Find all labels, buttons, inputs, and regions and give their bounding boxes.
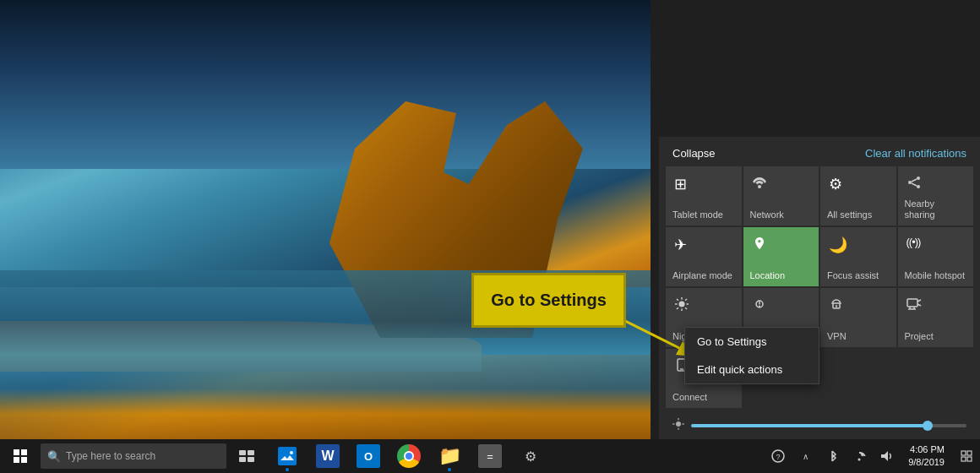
airplane-mode-icon: ✈: [674, 236, 687, 254]
taskbar-explorer-app[interactable]: 📁: [429, 439, 470, 473]
brightness-icon: [672, 418, 684, 432]
svg-rect-22: [907, 299, 917, 307]
svg-rect-36: [21, 449, 27, 455]
ctx-go-to-settings[interactable]: Go to Settings: [685, 328, 819, 356]
svg-line-6: [912, 179, 917, 182]
svg-line-14: [685, 307, 687, 309]
tray-network[interactable]: [846, 439, 873, 473]
brightness-row: [659, 415, 980, 439]
collapse-button[interactable]: Collapse: [672, 147, 716, 160]
svg-rect-50: [967, 451, 972, 455]
night-light-icon: [674, 296, 689, 316]
settings-callout-box: Go to Settings: [471, 273, 626, 328]
qa-tile-airplane-mode[interactable]: ✈ Airplane mode: [666, 227, 742, 286]
search-icon: 🔍: [47, 450, 61, 463]
task-view-button[interactable]: [226, 439, 267, 473]
vpn-icon: [829, 296, 844, 316]
svg-rect-40: [248, 450, 254, 455]
svg-point-44: [290, 451, 293, 454]
tray-bluetooth[interactable]: [819, 439, 846, 473]
taskbar-settings-app[interactable]: ⚙: [510, 439, 551, 473]
qa-tile-all-settings[interactable]: ⚙ All settings: [820, 166, 896, 226]
chrome-icon: [397, 444, 421, 468]
clock-time: 4:06 PM: [908, 443, 945, 456]
action-center-button[interactable]: [953, 439, 980, 473]
svg-line-1: [617, 317, 693, 355]
svg-rect-38: [21, 457, 27, 463]
system-tray: ? ∧ 4:06 PM 9/8/2019: [765, 439, 980, 473]
taskbar-word-app[interactable]: W: [308, 439, 348, 473]
clock-date: 9/8/2019: [908, 456, 945, 469]
svg-point-19: [759, 306, 760, 307]
context-menu: Go to Settings Edit quick actions: [684, 327, 819, 384]
nearby-sharing-icon: [906, 175, 922, 193]
qa-tile-vpn[interactable]: VPN: [820, 288, 896, 347]
search-bar[interactable]: 🔍 Type here to search: [41, 443, 226, 469]
network-icon: [752, 175, 767, 193]
qa-tile-location[interactable]: Location: [743, 227, 819, 286]
calculator-icon: =: [478, 444, 502, 468]
svg-line-7: [912, 183, 917, 186]
qa-label-focus-assist: Focus assist: [827, 270, 879, 281]
system-clock[interactable]: 4:06 PM 9/8/2019: [900, 443, 953, 470]
qa-label-airplane-mode: Airplane mode: [672, 270, 732, 281]
svg-point-2: [758, 185, 761, 188]
svg-text:?: ?: [776, 453, 781, 461]
mobile-hotspot-icon: ((•)): [906, 236, 921, 248]
qa-tile-project[interactable]: Project: [898, 288, 974, 347]
desktop-wallpaper: [0, 0, 651, 439]
qa-tile-focus-assist[interactable]: 🌙 Focus assist: [820, 227, 896, 286]
qa-tile-network[interactable]: Network: [743, 166, 819, 226]
taskbar-outlook-app[interactable]: O: [348, 439, 389, 473]
explorer-icon: 📁: [438, 445, 461, 467]
not-connected-icon: [752, 296, 767, 316]
start-button[interactable]: [0, 439, 41, 473]
svg-point-3: [917, 177, 920, 180]
taskbar: 🔍 Type here to search W O 📁 = ⚙ ?: [0, 439, 980, 473]
svg-point-8: [679, 302, 685, 307]
ctx-edit-quick-actions[interactable]: Edit quick actions: [685, 356, 819, 383]
svg-point-4: [908, 181, 912, 184]
search-placeholder: Type here to search: [66, 450, 155, 462]
svg-marker-48: [881, 451, 888, 461]
qa-tile-mobile-hotspot[interactable]: ((•)) Mobile hotspot: [898, 227, 974, 286]
qa-label-location: Location: [750, 270, 786, 281]
location-icon: [752, 236, 767, 255]
qa-tile-nearby-sharing[interactable]: Nearby sharing: [898, 166, 974, 226]
svg-rect-42: [248, 457, 254, 462]
tray-chevron[interactable]: ∧: [792, 439, 819, 473]
qa-label-connect: Connect: [672, 392, 707, 403]
svg-line-15: [685, 299, 687, 301]
brightness-slider[interactable]: [691, 424, 966, 427]
qa-label-nearby-sharing: Nearby sharing: [905, 198, 967, 220]
word-icon: W: [316, 444, 340, 468]
taskbar-calculator-app[interactable]: =: [470, 439, 510, 473]
svg-rect-39: [239, 450, 246, 455]
qa-label-project: Project: [905, 331, 934, 342]
tray-question[interactable]: ?: [765, 439, 792, 473]
action-center-header: Collapse Clear all notifications: [659, 137, 980, 166]
qa-label-network: Network: [750, 209, 784, 220]
settings-callout-text: Go to Settings: [491, 291, 607, 310]
svg-rect-51: [961, 457, 966, 461]
svg-point-47: [858, 459, 861, 461]
qa-tile-tablet-mode[interactable]: ⊞ Tablet mode: [666, 166, 742, 226]
qa-label-mobile-hotspot: Mobile hotspot: [905, 270, 966, 281]
clear-all-button[interactable]: Clear all notifications: [865, 147, 966, 160]
action-center-panel: Collapse Clear all notifications ⊞ Table…: [659, 137, 980, 439]
svg-rect-41: [239, 457, 246, 462]
svg-line-13: [677, 299, 678, 301]
svg-rect-52: [967, 457, 972, 461]
svg-point-5: [917, 185, 920, 188]
brightness-thumb: [923, 421, 933, 431]
svg-rect-35: [14, 449, 19, 455]
project-icon: [906, 296, 922, 316]
svg-rect-43: [278, 447, 297, 465]
taskbar-chrome-app[interactable]: [389, 439, 429, 473]
focus-assist-icon: 🌙: [829, 236, 847, 254]
svg-point-30: [676, 421, 681, 427]
tray-volume[interactable]: [873, 439, 900, 473]
svg-rect-49: [961, 451, 966, 455]
outlook-icon: O: [357, 444, 380, 468]
taskbar-photos-app[interactable]: [267, 439, 308, 473]
